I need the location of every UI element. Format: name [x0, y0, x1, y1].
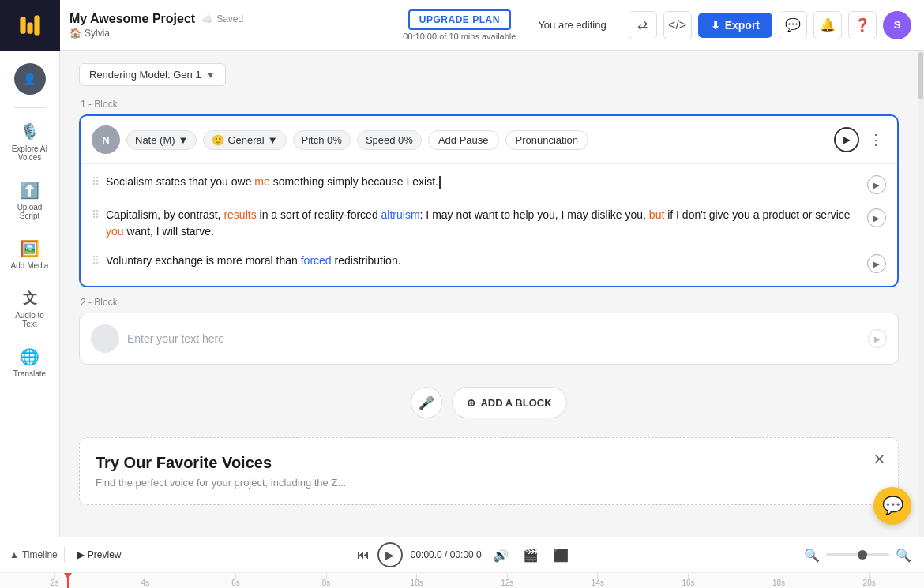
layout-button[interactable]: ⬛: [550, 545, 572, 566]
header: My Awesome Project ☁️ Saved 🏠 Sylvia UPG…: [0, 0, 924, 51]
code-button[interactable]: </>: [663, 11, 692, 39]
rendering-model-button[interactable]: Rendering Model: Gen 1 ▼: [79, 63, 226, 86]
line-1-play-button[interactable]: ▶: [867, 175, 886, 194]
rendering-model-label: Rendering Model: Gen 1: [89, 69, 201, 81]
sidebar-item-upload-script[interactable]: ⬆️ Upload Script: [3, 173, 57, 228]
text-line[interactable]: ⠿ Voluntary exchange is more moral than …: [81, 246, 897, 279]
volume-button[interactable]: 🔊: [490, 545, 512, 566]
play-small-icon: ▶: [873, 181, 880, 189]
block-1-voice-row: N Nate (M) ▼ 🙂 General ▼ Pitch: [81, 116, 897, 164]
more-options-button[interactable]: ⋮: [866, 128, 886, 152]
add-block-button[interactable]: ⊕ ADD A BLOCK: [452, 387, 566, 418]
drag-handle-icon[interactable]: ⠿: [92, 174, 100, 188]
text-line[interactable]: ⠿ Capitalism, by contrast, results in a …: [81, 200, 897, 246]
upgrade-button[interactable]: UPGRADE PLAN: [408, 9, 511, 30]
block-2-text-input[interactable]: Enter your text here ▶: [80, 313, 898, 364]
highlight-you: you: [106, 225, 124, 238]
line-3-text[interactable]: Voluntary exchange is more moral than fo…: [106, 253, 861, 269]
ruler-mark: 8s: [281, 574, 372, 587]
notifications-button[interactable]: 🔔: [813, 11, 842, 39]
sidebar-item-translate[interactable]: 🌐 Translate: [3, 339, 57, 386]
chat-fab-button[interactable]: 💬: [873, 487, 911, 525]
logo-area[interactable]: [0, 0, 60, 51]
line-3-play-button[interactable]: ▶: [867, 254, 886, 273]
nate-avatar[interactable]: N: [92, 125, 120, 154]
scrollbar-track[interactable]: [918, 51, 924, 537]
highlight-forced: forced: [301, 254, 332, 267]
block-2-play-button[interactable]: ▶: [868, 329, 887, 348]
emotion-selector-button[interactable]: 🙂 General ▼: [203, 130, 286, 150]
block-1-text-lines: ⠿ Socialism states that you owe me somet…: [81, 164, 897, 286]
ruler-mark: 18s: [734, 574, 824, 587]
chat-button[interactable]: 💬: [779, 11, 807, 39]
share-button[interactable]: ⇄: [629, 11, 657, 39]
sidebar-item-audio-to-text[interactable]: 文 Audio to Text: [3, 281, 57, 336]
voice-selector-button[interactable]: Nate (M) ▼: [126, 130, 197, 150]
timeline-toggle-button[interactable]: ▲ Timeline: [9, 549, 58, 560]
pitch-value: 0%: [327, 134, 342, 146]
volume-icon: 🔊: [493, 549, 509, 562]
speed-value: 0%: [398, 134, 413, 146]
saved-badge: ☁️ Saved: [201, 13, 243, 24]
speed-label: Speed: [366, 134, 396, 146]
play-small-icon: ▶: [874, 335, 881, 343]
speed-button[interactable]: Speed 0%: [357, 130, 422, 150]
line-1-text[interactable]: Socialism states that you owe me somethi…: [106, 174, 861, 190]
svg-rect-0: [20, 17, 25, 34]
transport-play-button[interactable]: ▶: [377, 542, 403, 567]
timeline-separator: [64, 547, 65, 563]
drag-handle-icon[interactable]: ⠿: [92, 207, 100, 221]
zoom-slider-thumb[interactable]: [858, 550, 867, 560]
drag-handle-icon[interactable]: ⠿: [92, 253, 100, 267]
add-block-label: ADD A BLOCK: [480, 397, 551, 409]
sidebar-divider: [14, 107, 46, 108]
sidebar-item-explore-ai-voices[interactable]: 🎙️ Explore AI Voices: [3, 114, 57, 170]
help-button[interactable]: ❓: [848, 11, 877, 39]
sidebar-avatar[interactable]: 👤: [14, 63, 46, 95]
play-small-icon: ▶: [873, 260, 880, 268]
scene-button[interactable]: 🎬: [520, 545, 542, 566]
sidebar-item-add-media[interactable]: 🖼️ Add Media: [3, 231, 57, 278]
zoom-slider[interactable]: [826, 553, 889, 556]
nate-avatar-image: N: [92, 125, 120, 154]
pitch-button[interactable]: Pitch 0%: [293, 130, 351, 150]
scrollbar-thumb[interactable]: [918, 52, 923, 99]
ruler-mark: 16s: [643, 574, 734, 587]
owner-name: Sylvia: [85, 28, 110, 39]
content-scroll: Rendering Model: Gen 1 ▼ 1 - Block N Nat…: [60, 51, 918, 537]
preview-button[interactable]: ▶ Preview: [71, 546, 128, 564]
text-line[interactable]: ⠿ Socialism states that you owe me somet…: [81, 167, 897, 200]
ruler-marks: 2s 4s 6s 8s 10s 12s 14s 16s 18s 20s: [9, 574, 915, 587]
block-1-play-button[interactable]: ▶: [834, 127, 859, 152]
playhead-triangle: [64, 573, 72, 579]
project-info: My Awesome Project ☁️ Saved 🏠 Sylvia: [69, 12, 393, 39]
play-small-icon: ▶: [873, 214, 880, 223]
help-icon: ❓: [855, 17, 870, 32]
microphone-record-button[interactable]: 🎤: [411, 387, 442, 418]
zoom-out-button[interactable]: 🔍: [801, 545, 823, 566]
ruler-mark: 20s: [824, 574, 915, 587]
line-2-text[interactable]: Capitalism, by contrast, results in a so…: [106, 207, 861, 240]
pitch-label: Pitch: [302, 134, 325, 146]
highlight-results: results: [223, 208, 256, 221]
svg-rect-1: [27, 22, 32, 33]
chevron-up-icon: ▲: [9, 549, 19, 560]
sidebar-translate-label: Translate: [13, 369, 46, 378]
fav-voices-close-button[interactable]: ✕: [873, 451, 885, 468]
export-button[interactable]: ⬇ Export: [698, 13, 772, 38]
zoom-in-button[interactable]: 🔍: [892, 545, 915, 566]
mic-icon: 🎤: [419, 395, 434, 410]
user-avatar[interactable]: S: [883, 11, 911, 39]
timeline-playhead[interactable]: [67, 573, 69, 588]
ruler-mark: 6s: [190, 574, 281, 587]
block-2-placeholder[interactable]: Enter your text here: [127, 332, 860, 345]
chat-fab-icon: 💬: [882, 496, 903, 516]
pronunciation-button[interactable]: Pronunciation: [505, 130, 589, 150]
add-pause-button[interactable]: Add Pause: [428, 130, 499, 150]
timeline-controls: ▲ Timeline ▶ Preview ⏮ ▶ 00:00.0 / 00:00…: [0, 537, 924, 573]
line-2-play-button[interactable]: ▶: [867, 208, 886, 227]
scene-icon: 🎬: [523, 549, 539, 562]
text-cursor: [439, 176, 441, 189]
project-title: My Awesome Project: [69, 12, 195, 26]
skip-back-button[interactable]: ⏮: [357, 548, 370, 562]
